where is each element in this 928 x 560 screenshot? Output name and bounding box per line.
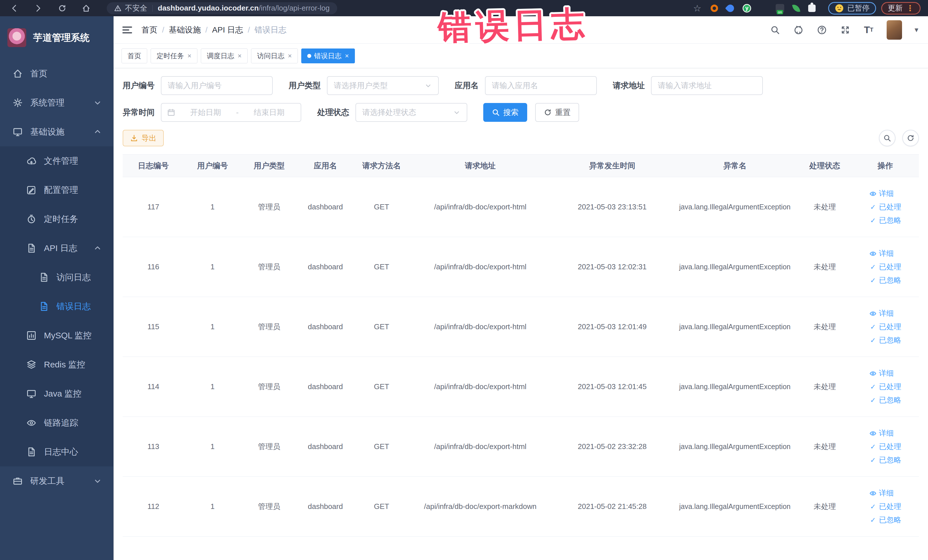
sidebar-item-file[interactable]: 文件管理	[0, 146, 113, 175]
action-detail-link[interactable]: 详细	[869, 249, 894, 258]
address-bar[interactable]: 不安全 dashboard.yudao.iocoder.cn/infra/log…	[107, 2, 337, 14]
sidebar-item-infra[interactable]: 基础设施	[0, 117, 113, 146]
back-icon[interactable]	[9, 3, 20, 14]
sidebar-item-label: 错误日志	[56, 301, 91, 312]
app-logo[interactable]: 芋道管理系统	[0, 16, 113, 59]
close-tab-icon[interactable]: ×	[238, 52, 242, 60]
action-detail-link[interactable]: 详细	[869, 308, 894, 318]
home-icon[interactable]	[81, 3, 92, 14]
font-size-icon[interactable]: TT	[863, 24, 874, 35]
badge-on-extension-icon[interactable]: on	[776, 4, 784, 12]
toggle-search-button[interactable]	[879, 130, 896, 146]
fullscreen-icon[interactable]	[840, 24, 851, 35]
action-processed-link[interactable]: ✓已处理	[869, 382, 901, 392]
sidebar-item-trace[interactable]: 链路追踪	[0, 408, 113, 437]
sidebar-item-config[interactable]: 配置管理	[0, 175, 113, 204]
orange-ring-extension-icon[interactable]	[711, 5, 718, 12]
action-processed-link[interactable]: ✓已处理	[869, 202, 901, 212]
reset-button[interactable]: 重置	[535, 103, 579, 122]
breadcrumb-item[interactable]: 首页	[142, 24, 157, 35]
sidebar-item-api-log[interactable]: API 日志	[0, 233, 113, 263]
user-type-select[interactable]: 请选择用户类型	[327, 76, 439, 95]
sidebar-item-dev-tools[interactable]: 研发工具	[0, 467, 113, 496]
action-ignored-link[interactable]: ✓已忽略	[869, 455, 901, 465]
green-y-extension-icon[interactable]: y	[743, 4, 751, 12]
sidebar-item-java[interactable]: Java 监控	[0, 379, 113, 408]
action-ignored-link[interactable]: ✓已忽略	[869, 275, 901, 285]
sidebar-item-label: 首页	[30, 68, 47, 79]
action-processed-link[interactable]: ✓已处理	[869, 442, 901, 452]
cell-request-url: /api/infra/db-doc/export-markdown	[410, 502, 551, 511]
status-badge: 未处理	[796, 202, 853, 212]
chevron-down-icon[interactable]: ▾	[914, 25, 918, 34]
refresh-button[interactable]	[902, 130, 919, 146]
action-detail-link[interactable]: 详细	[869, 189, 894, 198]
blue-pin-extension-icon[interactable]	[725, 3, 736, 14]
close-tab-icon[interactable]: ×	[188, 52, 191, 60]
breadcrumb-item[interactable]: API 日志	[212, 24, 243, 35]
breadcrumb-item[interactable]: 基础设施	[169, 24, 201, 35]
sidebar-item-system[interactable]: 系统管理	[0, 88, 113, 117]
tab-home[interactable]: 首页	[122, 49, 147, 63]
sidebar-item-access-log[interactable]: 访问日志	[0, 263, 113, 292]
export-button[interactable]: 导出	[123, 130, 164, 146]
close-tab-icon[interactable]: ×	[345, 52, 349, 60]
action-processed-link[interactable]: ✓已处理	[869, 502, 901, 511]
eye-icon	[869, 370, 877, 377]
help-icon[interactable]	[817, 24, 827, 35]
exception-time-range[interactable]: 开始日期 - 结束日期	[161, 103, 301, 122]
cell-log-id: 114	[123, 382, 184, 391]
table-row: 1171管理员dashboardGET/api/infra/db-doc/exp…	[123, 177, 919, 237]
hamburger-icon[interactable]	[122, 24, 133, 36]
search-icon[interactable]	[770, 24, 780, 35]
star-extension-icon[interactable]: ☆	[692, 3, 702, 13]
action-ignored-link[interactable]: ✓已忽略	[869, 215, 901, 225]
process-status-select[interactable]: 请选择处理状态	[356, 103, 467, 122]
tab-job-log[interactable]: 调度日志×	[201, 49, 247, 63]
breadcrumb: 首页/基础设施/API 日志/错误日志	[142, 24, 286, 35]
reload-icon[interactable]	[56, 3, 68, 14]
user-id-input[interactable]	[161, 76, 273, 95]
tab-error-log[interactable]: 错误日志×	[301, 49, 355, 63]
action-detail-link[interactable]: 详细	[869, 488, 894, 498]
update-button[interactable]: 更新 ⋮	[881, 2, 920, 15]
action-ignored-link[interactable]: ✓已忽略	[869, 335, 901, 345]
grid-extension-icon[interactable]	[760, 5, 767, 12]
action-label: 详细	[879, 368, 894, 378]
action-ignored-link[interactable]: ✓已忽略	[869, 515, 901, 525]
user-avatar[interactable]	[887, 20, 902, 40]
request-url-input[interactable]	[651, 76, 763, 95]
check-icon: ✓	[869, 323, 877, 331]
sidebar-item-error-log[interactable]: 错误日志	[0, 292, 113, 321]
cell-operations: 详细✓已处理✓已忽略	[853, 488, 917, 525]
cell-exception-time: 2021-05-03 12:02:31	[551, 262, 673, 271]
leaf-extension-icon[interactable]	[792, 4, 800, 13]
eye-icon	[869, 430, 877, 437]
sidebar-item-label: 链路追踪	[44, 417, 78, 429]
action-processed-link[interactable]: ✓已处理	[869, 322, 901, 332]
sidebar-item-log-center[interactable]: 日志中心	[0, 437, 113, 467]
sidebar-item-home[interactable]: 首页	[0, 59, 113, 88]
app-name-input[interactable]	[485, 76, 597, 95]
search-button[interactable]: 搜索	[483, 103, 527, 122]
tab-job[interactable]: 定时任务×	[151, 49, 197, 63]
emoji-avatar-icon	[835, 4, 844, 13]
sidebar-item-job[interactable]: 定时任务	[0, 204, 113, 233]
check-icon: ✓	[869, 217, 877, 224]
action-ignored-link[interactable]: ✓已忽略	[869, 395, 901, 405]
sidebar-item-redis[interactable]: Redis 监控	[0, 350, 113, 379]
puzzle-extension-icon[interactable]	[808, 5, 816, 12]
action-detail-link[interactable]: 详细	[869, 368, 894, 378]
action-processed-link[interactable]: ✓已处理	[869, 262, 901, 272]
browser-menu-icon[interactable]: ⋮	[906, 3, 914, 13]
tab-access-log[interactable]: 访问日志×	[251, 49, 298, 63]
close-tab-icon[interactable]: ×	[288, 52, 292, 60]
action-detail-link[interactable]: 详细	[869, 428, 894, 438]
cell-log-id: 113	[123, 442, 184, 451]
paused-profile-chip[interactable]: 已暂停	[828, 2, 876, 15]
check-icon: ✓	[869, 263, 877, 271]
sidebar-item-mysql[interactable]: MySQL 监控	[0, 321, 113, 350]
github-icon[interactable]	[793, 24, 804, 35]
eye-icon	[26, 418, 37, 428]
forward-icon[interactable]	[32, 3, 44, 14]
